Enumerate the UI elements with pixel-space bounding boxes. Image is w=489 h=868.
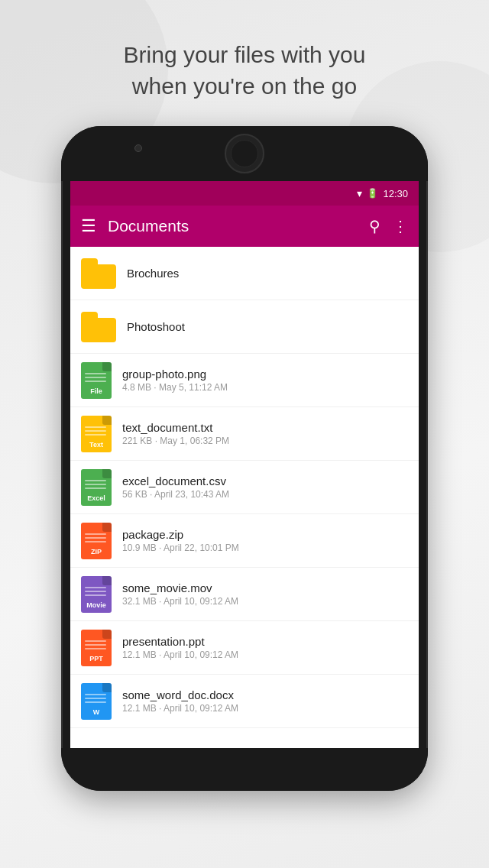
file-name: some_word_doc.docx (122, 688, 408, 701)
search-icon[interactable]: ⚲ (369, 217, 381, 235)
app-bar-title: Documents (108, 217, 357, 235)
file-icon: W (81, 683, 112, 720)
docx-file-icon: W (81, 683, 112, 720)
file-icon: PPT (81, 630, 112, 666)
list-item[interactable]: Filegroup-photo.png4.8 MB · May 5, 11:12… (70, 354, 419, 407)
file-meta: 56 KB · April 23, 10:43 AM (122, 489, 408, 500)
file-meta: 10.9 MB · April 22, 10:01 PM (122, 542, 408, 553)
phone-speaker-grill (231, 140, 258, 167)
file-name: package.zip (122, 528, 408, 541)
wifi-icon: ▾ (357, 187, 362, 199)
file-meta: 12.1 MB · April 10, 09:12 AM (122, 703, 408, 714)
file-name: group-photo.png (122, 368, 408, 381)
file-icon: Text (81, 416, 112, 452)
file-name: excel_document.csv (122, 474, 408, 487)
list-item[interactable]: PPTpresentation.ppt12.1 MB · April 10, 0… (70, 621, 419, 675)
folder-icon (81, 312, 116, 342)
list-item[interactable]: Texttext_document.txt221 KB · May 1, 06:… (70, 407, 419, 461)
file-icon: ZIP (81, 523, 112, 559)
csv-file-icon: Excel (81, 469, 112, 506)
list-item[interactable]: Brochures (70, 247, 419, 300)
status-time: 12:30 (383, 188, 408, 199)
file-name: some_movie.mov (122, 581, 408, 594)
menu-icon[interactable]: ☰ (81, 216, 96, 236)
file-icon: Movie (81, 576, 112, 613)
list-item[interactable]: Excelexcel_document.csv56 KB · April 23,… (70, 461, 419, 514)
file-name: Brochures (127, 267, 408, 280)
overflow-menu-icon[interactable]: ⋮ (393, 217, 408, 235)
file-name: presentation.ppt (122, 635, 408, 648)
file-name: text_document.txt (122, 421, 408, 434)
app-bar: ☰ Documents ⚲ ⋮ (70, 206, 419, 247)
phone-top-bezel (61, 126, 428, 181)
zip-file-icon: ZIP (81, 523, 112, 559)
file-meta: 4.8 MB · May 5, 11:12 AM (122, 382, 408, 393)
file-icon: File (81, 362, 112, 399)
headline: Bring your files with you when you're on… (93, 40, 397, 102)
txt-file-icon: Text (81, 416, 112, 452)
file-meta: 32.1 MB · April 10, 09:12 AM (122, 596, 408, 607)
phone-speaker (225, 134, 264, 173)
ppt-file-icon: PPT (81, 630, 112, 666)
battery-icon: 🔋 (367, 188, 378, 199)
file-name: Photoshoot (127, 320, 408, 333)
list-item[interactable]: Wsome_word_doc.docx12.1 MB · April 10, 0… (70, 675, 419, 728)
mov-file-icon: Movie (81, 576, 112, 613)
phone-camera (134, 144, 142, 152)
list-item[interactable]: Photoshoot (70, 300, 419, 354)
phone-shell: ▾ 🔋 12:30 ☰ Documents ⚲ ⋮ BrochuresPhoto… (61, 126, 428, 791)
png-file-icon: File (81, 362, 112, 399)
phone-bottom-bezel (61, 748, 428, 791)
list-item[interactable]: ZIPpackage.zip10.9 MB · April 22, 10:01 … (70, 514, 419, 568)
phone-screen: ▾ 🔋 12:30 ☰ Documents ⚲ ⋮ BrochuresPhoto… (70, 181, 419, 748)
list-item[interactable]: Moviesome_movie.mov32.1 MB · April 10, 0… (70, 568, 419, 621)
file-list: BrochuresPhotoshootFilegroup-photo.png4.… (70, 247, 419, 748)
file-icon: Excel (81, 469, 112, 506)
status-bar: ▾ 🔋 12:30 (70, 181, 419, 206)
file-meta: 221 KB · May 1, 06:32 PM (122, 436, 408, 446)
file-meta: 12.1 MB · April 10, 09:12 AM (122, 649, 408, 660)
folder-icon (81, 258, 116, 289)
